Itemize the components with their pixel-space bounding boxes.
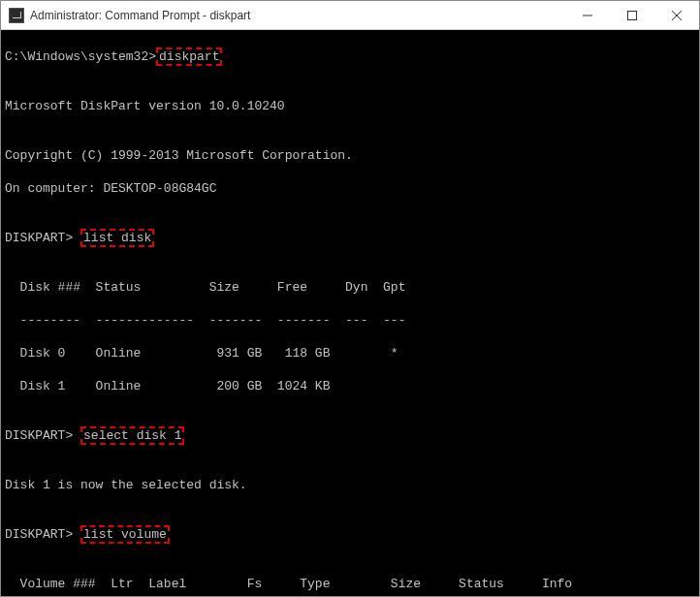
diskpart-prompt-line: DISKPART> list volume [5, 526, 695, 543]
disk-row: Disk 0 Online 931 GB 118 GB * [5, 345, 695, 361]
selected-disk-line: Disk 1 is now the selected disk. [5, 477, 695, 493]
minimize-button[interactable] [565, 1, 610, 29]
cmd-icon [9, 8, 24, 23]
cmd-list-disk: list disk [80, 229, 154, 247]
cmd-diskpart: diskpart [156, 47, 222, 66]
app-window: Administrator: Command Prompt - diskpart… [0, 0, 700, 597]
maximize-button[interactable] [610, 1, 654, 29]
diskpart-prompt-line: DISKPART> select disk 1 [5, 427, 695, 444]
diskpart-prompt-line: DISKPART> list disk [5, 230, 695, 246]
diskpart-prompt: DISKPART> [5, 428, 73, 443]
disk-header: Disk ### Status Size Free Dyn Gpt [5, 279, 695, 296]
console-area[interactable]: C:\Windows\system32>diskpart Microsoft D… [1, 30, 699, 596]
close-icon [672, 11, 682, 20]
minimize-icon [583, 11, 592, 20]
diskpart-prompt: DISKPART> [5, 527, 73, 542]
computer-line: On computer: DESKTOP-08G84GC [5, 180, 695, 197]
cmd-select-disk: select disk 1 [80, 426, 184, 445]
vol-header: Volume ### Ltr Label Fs Type Size Status… [5, 576, 695, 592]
cmd-list-volume: list volume [80, 525, 170, 544]
diskpart-prompt: DISKPART> [5, 231, 73, 245]
close-button[interactable] [654, 1, 699, 29]
maximize-icon [627, 11, 637, 20]
window-controls [565, 1, 699, 29]
prompt-path: C:\Windows\system32> [5, 49, 156, 64]
disk-sep: -------- ------------- ------- ------- -… [5, 312, 695, 329]
disk-row: Disk 1 Online 200 GB 1024 KB [5, 378, 695, 394]
copyright-line: Copyright (C) 1999-2013 Microsoft Corpor… [5, 147, 695, 164]
titlebar[interactable]: Administrator: Command Prompt - diskpart [1, 1, 699, 30]
prompt-line: C:\Windows\system32>diskpart [5, 48, 695, 65]
svg-rect-1 [628, 11, 637, 19]
window-title: Administrator: Command Prompt - diskpart [30, 9, 565, 22]
version-line: Microsoft DiskPart version 10.0.10240 [5, 98, 695, 114]
